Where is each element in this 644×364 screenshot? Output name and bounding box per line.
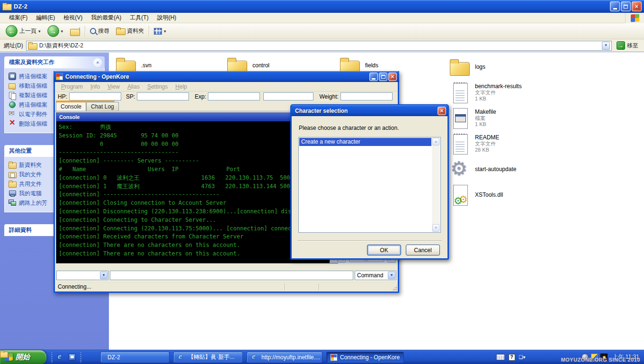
file-tile[interactable]: benchmark-results 文字文件 1 KB (449, 82, 548, 103)
menu-item[interactable]: 說明(H) (153, 13, 181, 23)
taskbar-button[interactable]: DZ-2 (100, 352, 170, 363)
file-tile[interactable]: Makefile 檔案 1 KB (449, 107, 548, 129)
toolbar-separator (85, 26, 85, 37)
file-type: 文字文件 (475, 141, 499, 147)
combo-dropdown-icon[interactable]: ▼ (100, 272, 107, 279)
file-tasks-title: 檔案及資料夾工作 (9, 58, 54, 66)
ok-button[interactable]: OK (367, 245, 401, 255)
input-type-combobox[interactable]: ▼ (56, 271, 108, 280)
list-scrollbar[interactable]: ▲ ▼ (432, 138, 440, 232)
explorer-title: DZ-2 (14, 3, 27, 10)
up-button[interactable] (68, 26, 82, 36)
address-dropdown-icon[interactable]: ▼ (602, 42, 610, 50)
place-label: 共用文件 (19, 180, 42, 188)
views-caret-icon[interactable]: ▾ (164, 29, 166, 34)
tray-icon-3[interactable] (600, 354, 608, 361)
forward-caret-icon[interactable]: ▾ (61, 29, 63, 34)
go-button[interactable]: → 移至 (615, 41, 640, 50)
back-label: 上一頁 (19, 27, 36, 35)
openkore-menu-item[interactable]: Settings (144, 83, 171, 91)
openkore-minimize-button[interactable] (369, 73, 378, 81)
tray-icon-2[interactable] (591, 354, 598, 361)
openkore-maximize-button[interactable] (379, 73, 387, 81)
command-combobox[interactable]: Command ▼ (355, 271, 396, 280)
menu-item[interactable]: 檔案(F) (5, 13, 32, 23)
dialog-close-button[interactable]: × (438, 107, 446, 115)
resize-grip[interactable] (391, 285, 397, 291)
openkore-menu-item[interactable]: Alias (124, 83, 143, 91)
dialog-title: Character selection (295, 108, 348, 114)
menu-item[interactable]: 工具(T) (125, 13, 152, 23)
keyboard-icon[interactable] (496, 354, 505, 360)
file-icon (449, 107, 471, 129)
details-title: 詳細資料 (9, 226, 32, 234)
exp-field-2[interactable] (263, 92, 313, 100)
combo-dropdown-icon[interactable]: ▼ (388, 272, 395, 279)
menu-item[interactable]: 編輯(E) (32, 13, 59, 23)
search-button[interactable]: 搜尋 (88, 26, 111, 36)
openkore-menu-item[interactable]: Help (172, 83, 190, 91)
cancel-button[interactable]: Cancel (406, 245, 440, 255)
place-icon (9, 161, 16, 169)
taskbar-handle[interactable] (80, 352, 81, 363)
command-combobox-value: Command (357, 272, 383, 279)
openkore-close-button[interactable]: × (388, 73, 397, 81)
tab-chat-log[interactable]: Chat Log (86, 102, 119, 111)
quick-launch-app-icon[interactable] (69, 354, 76, 361)
scroll-up-icon[interactable]: ▲ (432, 138, 439, 146)
collapse-chevron-icon[interactable]: « (93, 58, 102, 67)
taskbar-button[interactable]: http://moyuftp.inetfile.... (247, 352, 322, 363)
openkore-menu-item[interactable]: View (104, 83, 123, 91)
taskbar-handle[interactable] (51, 352, 53, 363)
sp-field[interactable] (137, 92, 189, 100)
file-name: .svn (141, 63, 152, 69)
restore-button[interactable] (621, 1, 631, 11)
address-value: D:\新資料夾\DZ-2 (39, 42, 83, 50)
address-input[interactable]: D:\新資料夾\DZ-2 ▼ (26, 41, 612, 51)
place-label: 網路上的芳 (19, 199, 47, 207)
file-size: 1 KB (475, 96, 522, 102)
scroll-down-icon[interactable]: ▼ (432, 224, 439, 232)
file-tasks-header[interactable]: 檔案及資料夾工作 « (4, 56, 105, 68)
openkore-app-icon (56, 73, 63, 80)
taskbar-clock: 上午 11:31 (610, 353, 644, 361)
menu-item[interactable]: 我的最愛(A) (87, 13, 125, 23)
character-listbox[interactable]: Create a new character ▲ ▼ (298, 137, 441, 233)
exp-field[interactable] (208, 92, 260, 100)
list-item-selected[interactable]: Create a new character (299, 138, 431, 146)
tab-console[interactable]: Console (56, 101, 86, 111)
back-caret-icon[interactable]: ▾ (38, 29, 41, 34)
weight-field[interactable] (340, 92, 393, 100)
file-tile[interactable]: README 文字文件 28 KB (449, 133, 548, 155)
close-button[interactable]: × (632, 1, 642, 11)
file-tile[interactable]: XSTools.dll (449, 184, 548, 206)
views-button[interactable]: ▾ (152, 27, 168, 36)
file-tile[interactable]: logs (449, 56, 548, 78)
openkore-input-row: ▼ Command ▼ (55, 269, 398, 281)
command-input[interactable] (110, 271, 353, 280)
language-chevron-icon[interactable]: ❏▾ (519, 355, 526, 360)
back-button[interactable]: ← 上一頁 ▾ (4, 24, 43, 38)
taskbar-button[interactable]: Connecting - OpenKore (326, 352, 404, 363)
file-size: 28 KB (475, 147, 499, 153)
explorer-titlebar[interactable]: DZ-2 × (0, 0, 644, 13)
exp-label: Exp: (195, 93, 206, 100)
taskbar-button[interactable]: 【轉貼】眞·新手... (173, 352, 243, 363)
minimize-button[interactable] (610, 1, 620, 11)
folders-button[interactable]: 資料夾 (114, 26, 146, 36)
hp-field[interactable] (69, 92, 121, 100)
dialog-titlebar[interactable]: Character selection × (291, 105, 448, 116)
tray-icon-1[interactable] (581, 354, 589, 361)
status-text: Connecting... (58, 283, 91, 290)
toolbar-separator (149, 26, 149, 37)
openkore-menu-item[interactable]: Info (87, 83, 103, 91)
sp-label: SP: (126, 93, 135, 100)
task-label: 複製這個檔 (19, 91, 47, 100)
quick-launch-ie-icon[interactable] (57, 354, 64, 361)
openkore-menu-item[interactable]: Program (58, 83, 86, 91)
language-help-icon[interactable]: ? (509, 354, 515, 361)
forward-button[interactable]: → ▾ (45, 24, 65, 38)
openkore-titlebar[interactable]: Connecting - OpenKore × (54, 71, 399, 82)
file-tile[interactable]: start-autoupdate (449, 158, 548, 180)
menu-item[interactable]: 檢視(V) (59, 13, 87, 23)
